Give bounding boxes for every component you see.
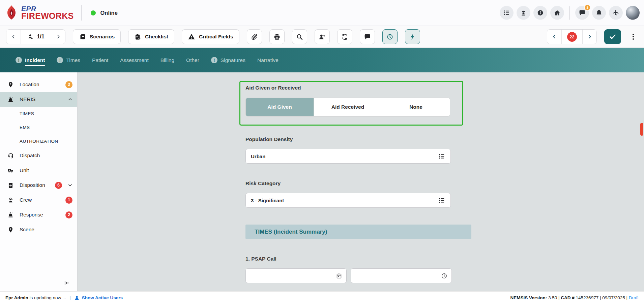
tab-label: Narrative [257,57,279,63]
alert-icon: ! [57,57,63,63]
times-quick-entry-button[interactable] [382,29,398,44]
sync-button[interactable] [337,29,352,44]
avatar[interactable] [626,6,640,20]
status-bar: Epr Admin is updating now ... | Show Act… [0,291,644,304]
tab-incident[interactable]: ! Incident [16,57,45,63]
previous-revision-button[interactable] [547,30,561,44]
check-icon [609,33,617,41]
revision-count[interactable]: 22 [561,30,582,44]
add-user-button[interactable] [315,29,330,44]
sidebar-item-disposition[interactable]: Disposition 6 [0,178,77,193]
form-content: Aid Given or Received Aid Given Aid Rece… [78,72,644,291]
next-revision-button[interactable] [582,30,596,44]
previous-record-button[interactable] [6,30,21,44]
checklist-button[interactable]: Checklist [128,29,174,44]
aid-button-group: Aid Given Aid Received None [245,98,450,116]
activity-label: is updating now ... [28,295,66,300]
sidebar-collapse-button[interactable] [63,278,74,287]
tab-label: Incident [25,57,45,63]
notifications-button[interactable] [592,6,606,20]
sidebar-subitem-times[interactable]: TIMES [0,107,77,121]
tab-other[interactable]: Other [186,57,199,63]
ambulance-icon [7,167,14,174]
tab-signatures[interactable]: ! Signatures [211,57,245,63]
warning-triangle-icon [188,33,195,40]
show-active-users-button[interactable]: Show Active Users [74,295,123,301]
tab-times[interactable]: ! Times [57,57,80,63]
validate-save-button[interactable] [604,29,621,44]
aid-given-option[interactable]: Aid Given [246,98,314,116]
sidebar-item-label: Unit [20,167,29,173]
print-button[interactable] [269,29,285,44]
online-label: Online [100,10,117,16]
tab-billing[interactable]: Billing [160,57,174,63]
draft-status-link[interactable]: Draft [629,295,639,300]
option-list-icon [438,197,445,204]
quick-actions-button[interactable] [405,29,420,44]
transport-mode-button[interactable] [609,6,623,20]
location-pin-icon [7,81,14,88]
sidebar-item-crew[interactable]: Crew 1 [0,193,77,207]
checklist-icon [134,33,141,40]
chevron-left-icon [552,34,557,39]
sidebar-item-unit[interactable]: Unit [0,163,77,178]
record-counter[interactable]: 1/1 [21,30,51,44]
chevron-down-icon [68,183,72,188]
sidebar-item-dispatch[interactable]: Dispatch [0,148,77,163]
sidebar-item-neris[interactable]: NERIS [0,92,77,107]
tab-label: Assessment [120,57,148,63]
logo-text: EPR FIREWORKS [21,5,74,20]
connection-status: Online [91,10,117,16]
list-icon [503,9,510,16]
chevron-up-icon [68,97,72,102]
person-icon [74,295,80,301]
section-tabbar: ! Incident ! Times Patient Assessment Bi… [0,48,644,72]
rook-icon [520,9,527,16]
sidebar-item-label: Response [20,212,43,218]
critical-fields-button[interactable]: Critical Fields [182,29,239,44]
tab-patient[interactable]: Patient [92,57,108,63]
headset-icon [7,153,14,159]
messages-button[interactable]: 1 [575,6,589,20]
risk-category-select[interactable]: 3 - Significant [245,193,451,208]
scenarios-button[interactable]: Scenarios [73,29,121,44]
search-button[interactable] [292,29,307,44]
search-icon [296,33,303,40]
more-options-button[interactable] [628,29,638,44]
attachments-button[interactable] [247,29,262,44]
sidebar-item-label: Dispatch [20,153,40,159]
comments-button[interactable] [360,29,375,44]
next-record-button[interactable] [51,30,65,44]
kebab-menu-icon [630,33,637,41]
tab-label: Times [66,57,80,63]
list-menu-button[interactable] [500,6,514,20]
sidebar-item-location[interactable]: Location 3 [0,77,77,92]
cad-value: 145236977 | 09/07/2025 | [575,295,629,300]
location-badge: 3 [65,81,72,88]
aid-received-option[interactable]: Aid Received [314,98,382,116]
checklist-label: Checklist [145,34,168,40]
activity-text: Epr Admin is updating now ... [5,295,66,300]
tab-assessment[interactable]: Assessment [120,57,148,63]
info-button[interactable] [533,6,547,20]
home-button[interactable] [550,6,564,20]
critical-fields-label: Critical Fields [199,34,233,40]
sidebar-item-label: Scene [20,227,34,233]
scenarios-label: Scenarios [90,34,115,40]
population-density-select[interactable]: Urban [245,149,451,164]
aid-none-option[interactable]: None [382,98,450,116]
sidebar-subitem-authorization[interactable]: AUTHORIZATION [0,134,77,148]
psap-date-input[interactable] [251,273,336,279]
psap-time-input[interactable] [356,273,441,279]
chat-icon [579,9,586,16]
sidebar-subitem-ems[interactable]: EMS [0,121,77,134]
sidebar-item-scene[interactable]: Scene [0,222,77,237]
vertical-scrollbar-thumb[interactable] [640,123,643,136]
sidebar-item-response[interactable]: Response 2 [0,207,77,222]
app-logo[interactable]: EPR FIREWORKS [5,5,74,21]
sidebar-item-label: NERIS [20,96,35,102]
tab-narrative[interactable]: Narrative [257,57,279,63]
rook-button[interactable] [517,6,530,20]
sidebar-item-label: Crew [20,197,32,203]
nemsis-version-label: NEMSIS Version: [510,295,547,300]
